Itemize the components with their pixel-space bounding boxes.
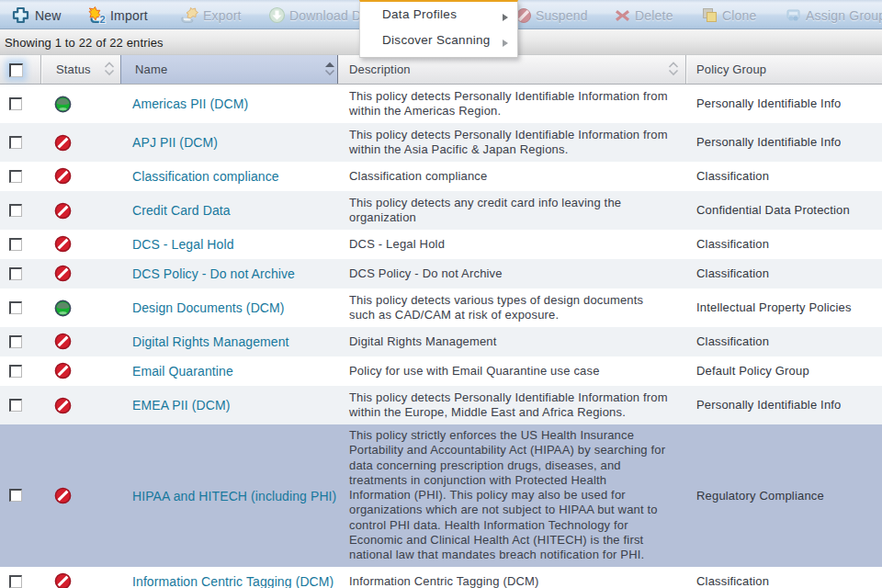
- svg-text:2: 2: [99, 14, 105, 25]
